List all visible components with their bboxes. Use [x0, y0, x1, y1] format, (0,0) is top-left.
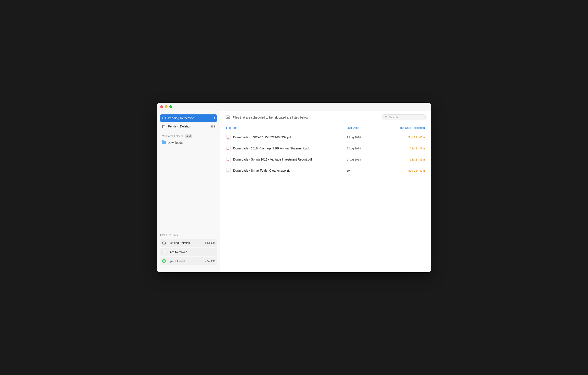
row-4-file-path: Downloads › Smart Folder Cleaner.app.zip	[233, 169, 291, 172]
pdf-file-icon: PDF	[226, 134, 231, 140]
row-4-last-used: 10m	[346, 169, 381, 172]
file-table: File Path Last Used Time Until Relocatio…	[220, 124, 431, 272]
svg-point-6	[163, 260, 166, 263]
pdf-file-icon: PDF	[226, 157, 231, 162]
svg-rect-5	[165, 251, 165, 254]
search-input[interactable]	[389, 116, 423, 119]
svg-rect-1	[163, 125, 165, 128]
maximize-button[interactable]	[169, 105, 172, 108]
row-3-time-relocation: 62d 2h 33m	[381, 158, 425, 161]
table-header: File Path Last Used Time Until Relocatio…	[220, 124, 431, 132]
sidebar-item-pending-deletion[interactable]: Pending Deletion 498	[160, 123, 217, 130]
pending-relocation-badge: 4	[214, 117, 215, 120]
header-description: Files that are scheduled to be relocated…	[233, 116, 308, 119]
svg-text:PDF: PDF	[227, 149, 229, 150]
pdf-file-icon: PDF	[226, 145, 231, 151]
row-2-time-relocation: 62d 2h 33m	[381, 147, 425, 150]
svg-text:PDF: PDF	[227, 138, 229, 139]
file-path-cell: PDF Downloads › 2018 - Vantage SIPP Annu…	[226, 145, 346, 151]
stat-space-freed: Space Freed 2.57 GB	[160, 257, 217, 265]
monitored-folders-section: Monitored Folders Add	[160, 131, 217, 140]
sidebar-item-pending-relocation[interactable]: Pending Relocation 4	[160, 114, 217, 122]
file-path-cell: ZIP Downloads › Smart Folder Cleaner.app…	[226, 168, 346, 173]
relocation-icon	[162, 116, 166, 120]
svg-rect-0	[162, 117, 165, 119]
pending-relocation-label: Pending Relocation	[168, 116, 194, 120]
svg-rect-3	[163, 252, 163, 254]
file-path-cell: PDF Downloads › Spring 2018 - Vantage In…	[226, 157, 346, 162]
svg-text:ZIP: ZIP	[227, 171, 229, 172]
stats-section: Clean Up Stats Pending Deletion 1.51 GB	[157, 231, 220, 269]
search-box[interactable]	[382, 114, 426, 120]
row-1-time-relocation: 54d 23h 40m	[381, 136, 425, 139]
row-3-last-used: 9 Aug 2018	[346, 158, 381, 161]
app-window: Pending Relocation 4 Pending Deletion 49…	[157, 103, 431, 272]
col-file-path: File Path	[226, 126, 346, 129]
main-content: Files that are scheduled to be relocated…	[220, 111, 431, 272]
folder-icon	[162, 141, 166, 144]
monitored-folders-label: Monitored Folders	[162, 135, 183, 138]
sidebar-nav: Pending Relocation 4 Pending Deletion 49…	[157, 114, 220, 231]
folder-item-downloads[interactable]: Downloads	[160, 140, 217, 146]
stat-pending-deletion: Pending Deletion 1.51 GB	[160, 239, 217, 247]
titlebar	[157, 103, 431, 111]
add-folder-button[interactable]: Add	[185, 134, 192, 138]
svg-text:PDF: PDF	[227, 160, 229, 161]
table-row[interactable]: ZIP Downloads › Smart Folder Cleaner.app…	[220, 165, 431, 176]
header-left: Files that are scheduled to be relocated…	[225, 115, 308, 120]
svg-rect-11	[227, 137, 229, 137]
row-1-file-path: Downloads › 4482707_1533221683337.pdf	[233, 135, 292, 139]
stats-title: Clean Up Stats	[160, 234, 217, 237]
stat-files-removed: Files Removed 2	[160, 248, 217, 256]
table-row[interactable]: PDF Downloads › 4482707_1533221683337.pd…	[220, 132, 431, 143]
stat-space-freed-label: Space Freed	[168, 260, 185, 263]
pending-deletion-label: Pending Deletion	[168, 125, 191, 128]
table-row[interactable]: PDF Downloads › 2018 - Vantage SIPP Annu…	[220, 143, 431, 154]
folder-name-downloads: Downloads	[168, 141, 182, 144]
svg-rect-4	[164, 251, 164, 254]
zip-file-icon: ZIP	[226, 168, 231, 173]
stat-pending-deletion-label: Pending Deletion	[168, 241, 190, 244]
row-4-time-relocation: 89d 23h 49m	[381, 169, 425, 172]
stat-pending-deletion-value: 1.51 GB	[205, 241, 215, 244]
row-2-file-path: Downloads › 2018 - Vantage SIPP Annual S…	[233, 147, 309, 150]
stat-files-removed-value: 2	[214, 250, 215, 254]
clock-icon	[162, 241, 166, 245]
stat-files-removed-label: Files Removed	[168, 250, 187, 254]
header-relocation-icon	[225, 115, 230, 120]
table-row[interactable]: PDF Downloads › Spring 2018 - Vantage In…	[220, 154, 431, 165]
col-time-until-relocation: Time Until Relocation	[381, 126, 425, 129]
pending-deletion-badge: 498	[210, 125, 215, 128]
checkmark-circle-icon	[162, 259, 166, 263]
app-body: Pending Relocation 4 Pending Deletion 49…	[157, 111, 431, 272]
file-path-cell: PDF Downloads › 4482707_1533221683337.pd…	[226, 134, 346, 140]
svg-rect-7	[226, 116, 230, 119]
row-1-last-used: 2 Aug 2018	[346, 136, 381, 139]
main-header: Files that are scheduled to be relocated…	[220, 111, 431, 124]
sidebar: Pending Relocation 4 Pending Deletion 49…	[157, 111, 220, 272]
stat-space-freed-value: 2.57 GB	[205, 260, 215, 263]
col-last-used: Last Used	[346, 126, 381, 129]
bar-chart-icon	[162, 250, 166, 254]
row-2-last-used: 9 Aug 2018	[346, 147, 381, 150]
close-button[interactable]	[160, 105, 163, 108]
minimize-button[interactable]	[165, 105, 168, 108]
row-3-file-path: Downloads › Spring 2018 - Vantage Invest…	[233, 158, 312, 161]
deletion-icon	[162, 124, 166, 128]
search-icon	[385, 116, 388, 119]
